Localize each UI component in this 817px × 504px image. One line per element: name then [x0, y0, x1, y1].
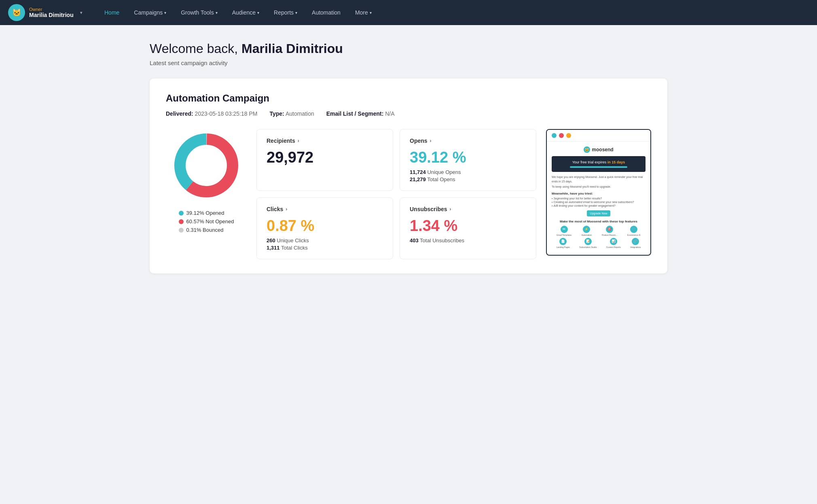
stat-label-clicks: Clicks — [267, 206, 283, 212]
stat-unique-opens: 11,724 Unique Opens — [410, 169, 526, 175]
campaign-title: Automation Campaign — [166, 93, 651, 104]
stats-area: 39.12% Opened 60.57% Not Opened 0.31% Bo… — [166, 129, 651, 259]
owner-info: Owner Marilia Dimitriou — [29, 7, 74, 18]
nav-item-growth-tools[interactable]: Growth Tools ▾ — [174, 0, 224, 25]
chevron-down-icon: ▾ — [216, 11, 218, 15]
email-preview-body: 🐱 moosend Your free trial expires in 15 … — [547, 142, 650, 255]
nav-link-automation[interactable]: Automation — [305, 0, 348, 25]
email-icons-row-1: ✉ Email Templates ⚡ Automation 🎯 Product… — [552, 226, 646, 236]
nav-link-campaigns[interactable]: Campaigns ▾ — [127, 0, 174, 25]
campaign-card: Automation Campaign Delivered: 2023-05-1… — [150, 78, 667, 273]
chart-legend: 39.12% Opened 60.57% Not Opened 0.31% Bo… — [179, 210, 234, 233]
legend-dot-opened — [179, 211, 184, 216]
email-icon-landing: 📄 Landing Pages — [557, 238, 570, 248]
ecommerce-icon: 🛒 — [630, 226, 637, 233]
welcome-subtitle: Latest sent campaign activity — [150, 59, 667, 66]
email-cta-button[interactable]: Upgrade Now — [587, 210, 611, 216]
legend-label-bounced: 0.31% Bounced — [186, 227, 224, 233]
stat-unique-clicks: 260 Unique Clicks — [267, 237, 383, 244]
stat-card-opens: Opens › 39.12 % 11,724 Unique Opens 21,2… — [400, 129, 536, 191]
email-icon-ecommerce: 🛒 Ecommerce AI — [627, 226, 641, 236]
stat-details-unsubscribes: 403 Total Unsubscribes — [410, 237, 526, 244]
stat-label-recipients: Recipients — [267, 138, 295, 144]
email-icon-reports: 📊 Custom Reports — [606, 238, 621, 248]
stat-label-unsubscribes: Unsubscribes — [410, 206, 447, 212]
moosend-logo-icon: 🐱 — [584, 146, 590, 153]
email-icon-automation: ⚡ Automation — [582, 226, 592, 236]
window-dot-yellow — [566, 133, 571, 138]
email-preview-titlebar — [547, 130, 650, 142]
campaign-meta: Delivered: 2023-05-18 03:25:18 PM Type: … — [166, 110, 651, 117]
stat-label-opens: Opens — [410, 138, 428, 144]
email-templates-icon: ✉ — [561, 226, 568, 233]
owner-label: Owner — [29, 7, 74, 12]
welcome-section: Welcome back, Marilia Dimitriou Latest s… — [150, 41, 667, 66]
window-dot-red — [559, 133, 564, 138]
nav-item-home[interactable]: Home — [97, 0, 127, 25]
stat-card-header-opens: Opens › — [410, 138, 526, 144]
stat-card-header-recipients: Recipients › — [267, 138, 383, 144]
delivered-meta: Delivered: 2023-05-18 03:25:18 PM — [166, 110, 257, 117]
stat-total-unsubscribes: 403 Total Unsubscribes — [410, 237, 526, 244]
email-banner-text: Your free trial expires in 15 days — [557, 160, 640, 164]
stat-details-clicks: 260 Unique Clicks 1,311 Total Clicks — [267, 237, 383, 251]
owner-dropdown-icon[interactable]: ▾ — [80, 10, 83, 15]
subscription-studio-icon: 📝 — [584, 238, 592, 245]
nav-item-automation[interactable]: Automation — [305, 0, 348, 25]
custom-reports-icon: 📊 — [610, 238, 617, 245]
email-icon-templates: ✉ Email Templates — [557, 226, 571, 236]
nav-item-audience[interactable]: Audience ▾ — [225, 0, 267, 25]
chevron-down-icon: ▾ — [370, 11, 372, 15]
nav-item-campaigns[interactable]: Campaigns ▾ — [127, 0, 174, 25]
nav-link-more[interactable]: More ▾ — [348, 0, 379, 25]
stats-grid: Recipients › 29,972 Opens › 39.12 % 11,7… — [256, 129, 536, 259]
chevron-right-icon[interactable]: › — [430, 138, 432, 144]
email-section-title: Meanwhile, have you tried: — [552, 192, 646, 195]
stat-value-recipients: 29,972 — [267, 150, 383, 165]
stat-card-header-unsubscribes: Unsubscribes › — [410, 206, 526, 212]
stat-card-recipients: Recipients › 29,972 — [256, 129, 393, 191]
email-icon-integrations: 🔗 Integrations — [630, 238, 641, 248]
email-bullet-3: • A/B testing your content for greater e… — [552, 204, 646, 207]
stat-total-opens: 21,279 Total Opens — [410, 176, 526, 182]
nav-item-reports[interactable]: Reports ▾ — [267, 0, 305, 25]
product-recom-icon: 🎯 — [606, 226, 613, 233]
nav-brand[interactable]: 🐱 Owner Marilia Dimitriou ▾ — [8, 4, 89, 21]
nav-item-more[interactable]: More ▾ — [348, 0, 379, 25]
email-scroll-area: 🐱 moosend Your free trial expires in 15 … — [547, 142, 650, 255]
nav-link-home[interactable]: Home — [97, 0, 127, 25]
welcome-title: Welcome back, Marilia Dimitriou — [150, 41, 667, 56]
stat-card-unsubscribes: Unsubscribes › 1.34 % 403 Total Unsubscr… — [400, 197, 536, 259]
email-icons-row-2: 📄 Landing Pages 📝 Subscription Studio 📊 … — [552, 238, 646, 248]
nav-link-audience[interactable]: Audience ▾ — [225, 0, 267, 25]
legend-dot-bounced — [179, 228, 184, 233]
chevron-down-icon: ▾ — [164, 11, 166, 15]
stat-total-clicks: 1,311 Total Clicks — [267, 245, 383, 251]
stat-card-clicks: Clicks › 0.87 % 260 Unique Clicks 1,311 … — [256, 197, 393, 259]
email-logo: 🐱 moosend — [552, 146, 646, 153]
type-meta: Type: Automation — [269, 110, 314, 117]
legend-bounced: 0.31% Bounced — [179, 227, 234, 233]
integrations-icon: 🔗 — [632, 238, 639, 245]
legend-label-opened: 39.12% Opened — [186, 210, 224, 216]
navbar: 🐱 Owner Marilia Dimitriou ▾ Home Campaig… — [0, 0, 817, 25]
legend-opened: 39.12% Opened — [179, 210, 234, 216]
email-bullet-2: • Creating an automated email to welcome… — [552, 201, 646, 203]
email-bullet-1: • Segmenting your list for better result… — [552, 197, 646, 200]
email-progress-bar — [570, 166, 628, 168]
chevron-right-icon[interactable]: › — [298, 138, 299, 144]
avatar: 🐱 — [8, 4, 25, 21]
nav-link-reports[interactable]: Reports ▾ — [267, 0, 305, 25]
stat-card-header-clicks: Clicks › — [267, 206, 383, 212]
stat-pct-clicks: 0.87 % — [267, 218, 383, 233]
owner-name: Marilia Dimitriou — [29, 12, 74, 18]
legend-not-opened: 60.57% Not Opened — [179, 218, 234, 224]
nav-link-growth-tools[interactable]: Growth Tools ▾ — [174, 0, 224, 25]
donut-chart — [170, 129, 243, 202]
email-banner: Your free trial expires in 15 days — [552, 156, 646, 172]
window-dot-teal — [552, 133, 557, 138]
email-features-title: Make the most of Moosend with these top … — [552, 220, 646, 223]
nav-items: Home Campaigns ▾ Growth Tools ▾ Audience… — [89, 0, 809, 25]
chevron-right-icon[interactable]: › — [450, 206, 451, 212]
chevron-right-icon[interactable]: › — [286, 206, 287, 212]
